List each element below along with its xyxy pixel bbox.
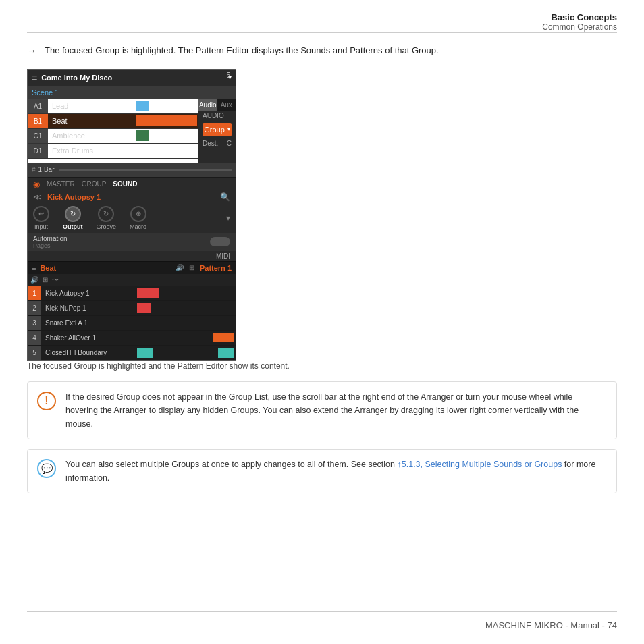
sc-pe-menu-icon: ≡ [32, 264, 36, 272]
sc-automation-section: Automation Pages [33, 235, 205, 249]
sc-input-circle[interactable]: ↩ [33, 206, 49, 222]
sc-topbar: ≡ Come Into My Disco ▾ 5 [28, 70, 236, 86]
chapter-title: Basic Concepts [542, 12, 617, 22]
pattern-block-b1 [136, 115, 197, 126]
sc-pe-dots-icon: ⊞ [43, 276, 48, 284]
warning-icon: ! [37, 392, 56, 410]
sc-scene-row: Scene 1 [28, 86, 236, 99]
sc-pages-label: Pages [33, 242, 205, 249]
sc-output-circle[interactable]: ↻ [65, 206, 81, 222]
pe-pattern-2 [136, 301, 236, 315]
pe-row-4[interactable]: 4 Shaker AllOver 1 [28, 331, 236, 346]
pe-row-1[interactable]: 1 Kick Autopsy 1 [28, 286, 236, 301]
sc-pattern-editor: ≡ Beat 🔊 ⊞ Pattern 1 🔊 ⊞ 〜 1 Kick Autops… [28, 261, 236, 360]
screenshot: ≡ Come Into My Disco ▾ 5 Scene 1 A1 Lead [27, 69, 236, 361]
sc-io-input: ↩ Input [33, 206, 49, 230]
sc-pe-group-name: Beat [40, 264, 176, 272]
sc-groove-label: Groove [97, 223, 117, 230]
sc-group-button[interactable]: Group ▾ [203, 123, 232, 136]
pe-row-2[interactable]: 2 Kick NuPop 1 [28, 301, 236, 316]
sc-topbar-number: 5 [226, 72, 230, 79]
sc-left-icon: ≪ [33, 192, 42, 202]
sc-output-icon: ↻ [70, 210, 76, 217]
sc-project-name: Come Into My Disco [41, 74, 224, 82]
sc-dest-label: Dest. [203, 140, 218, 147]
sc-right-pattern-col: Audio Aux AUDIO Group ▾ Dest. C [198, 99, 236, 163]
sc-macro: ⊕ Macro [130, 206, 146, 230]
group-pattern-c1 [136, 129, 198, 143]
sc-tab-aux[interactable]: Aux [217, 99, 236, 111]
pattern-block-c1 [136, 130, 149, 141]
sc-pe-speaker-icon2: 🔊 [30, 276, 38, 284]
group-row-c1[interactable]: C1 Ambience [28, 129, 198, 144]
sc-tab-audio[interactable]: Audio [198, 99, 217, 111]
sc-automation-toggle [210, 237, 230, 246]
notice-info-text: You can also select multiple Groups at o… [65, 458, 607, 485]
pe-row-3[interactable]: 3 Snare Extl A 1 [28, 316, 236, 331]
group-id-b1: B1 [28, 114, 48, 128]
pe-num-1: 1 [28, 286, 41, 300]
sc-focus-icon: ◉ [33, 180, 40, 189]
footer-divider [27, 611, 617, 612]
group-pattern-a1 [136, 99, 198, 113]
sc-sound-tabs-row: ◉ MASTER GROUP SOUND [28, 177, 236, 191]
sc-toggle-pill[interactable] [210, 237, 230, 246]
sc-sound-name: Kick Autopsy 1 [47, 193, 101, 201]
sc-input-icon: ↩ [38, 210, 44, 217]
pe-block-4-spacer [213, 333, 234, 342]
caption-text: The focused Group is highlighted and the… [27, 361, 617, 371]
notice-info-before: You can also select multiple Groups at o… [65, 460, 398, 469]
group-name-b1: Beat [48, 117, 136, 125]
group-row-b1[interactable]: B1 Beat [28, 114, 198, 129]
header-divider [27, 32, 617, 33]
sc-tab-group[interactable]: GROUP [82, 180, 107, 188]
sc-scene-label: Scene 1 [32, 88, 59, 97]
intro-paragraph: The focused Group is highlighted. The Pa… [45, 44, 439, 58]
sc-macro-icon: ⊕ [136, 210, 141, 217]
sc-pe-pattern-name: Pattern 1 [200, 264, 232, 272]
pe-row-5[interactable]: 5 ClosedHH Boundary [28, 346, 236, 360]
sc-bar-hash-icon: # [32, 166, 36, 173]
pe-block-1 [137, 288, 159, 298]
section-title: Common Operations [542, 22, 617, 32]
notice-info-link[interactable]: ↑5.1.3, Selecting Multiple Sounds or Gro… [398, 460, 562, 469]
pe-name-1: Kick Autopsy 1 [41, 290, 136, 297]
sc-channel-label: C [227, 140, 232, 147]
pe-name-2: Kick NuPop 1 [41, 304, 136, 312]
sc-midi-label: MIDI [216, 252, 230, 260]
sc-pe-wave-icon: 〜 [52, 275, 59, 285]
main-content: → The focused Group is highlighted. The … [27, 44, 617, 503]
sc-groups-section: A1 Lead B1 Beat C1 Ambienc [28, 99, 236, 163]
sc-macro-label: Macro [130, 223, 146, 230]
group-name-c1: Ambience [48, 132, 136, 140]
group-row-a1[interactable]: A1 Lead [28, 99, 198, 114]
sc-groove-circle[interactable]: ↻ [98, 206, 114, 222]
pe-name-4: Shaker AllOver 1 [41, 334, 136, 342]
sc-groove: ↻ Groove [97, 206, 117, 230]
group-row-d1[interactable]: D1 Extra Drums [28, 144, 198, 159]
sc-input-label: Input [34, 223, 48, 230]
pe-num-5: 5 [28, 346, 41, 360]
pe-pattern-1 [136, 286, 236, 300]
sc-automation-label: Automation [33, 235, 205, 242]
sc-audio-tabs: Audio Aux [198, 99, 236, 111]
pe-num-3: 3 [28, 316, 41, 330]
pe-num-2: 2 [28, 301, 41, 315]
notice-info: 💬 You can also select multiple Groups at… [27, 449, 617, 493]
sc-collapse-icon[interactable]: ▾ [226, 213, 230, 223]
pe-pattern-4 [136, 331, 236, 345]
sc-filler [198, 149, 236, 163]
sc-dest-row: Dest. C [198, 138, 236, 149]
sc-pe-toolbar: 🔊 ⊞ 〜 [28, 274, 236, 286]
intro-row: → The focused Group is highlighted. The … [27, 44, 617, 58]
sc-tab-sound[interactable]: SOUND [113, 180, 137, 188]
sc-pe-header: ≡ Beat 🔊 ⊞ Pattern 1 [28, 262, 236, 274]
arrow-icon: → [27, 45, 36, 56]
sc-scrollbar-track[interactable] [59, 169, 232, 171]
sc-macro-circle[interactable]: ⊕ [130, 206, 146, 222]
chat-icon: 💬 [37, 459, 56, 478]
pattern-block-a1 [136, 101, 149, 111]
sc-tab-master[interactable]: MASTER [47, 180, 75, 188]
menu-icon: ≡ [32, 72, 37, 83]
group-name-d1: Extra Drums [48, 146, 136, 155]
